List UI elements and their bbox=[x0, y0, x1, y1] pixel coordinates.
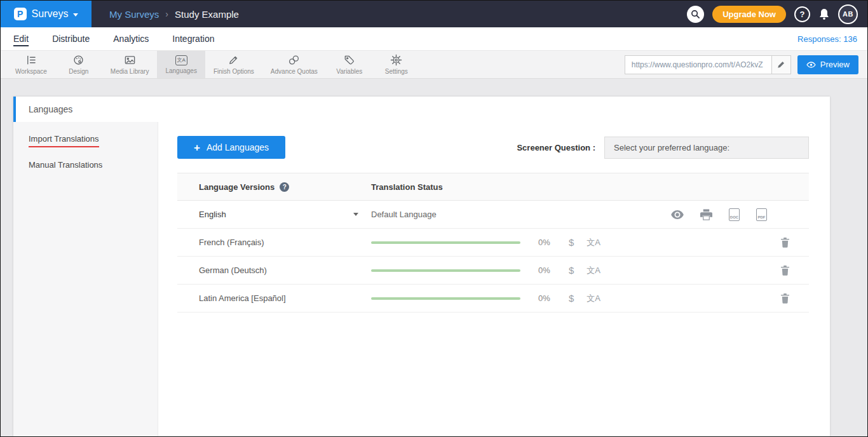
avatar[interactable]: AB bbox=[838, 4, 858, 24]
panel-body: Import Translations Manual Translations … bbox=[13, 122, 830, 436]
printer-icon bbox=[700, 209, 712, 220]
tab-edit[interactable]: Edit bbox=[13, 34, 29, 44]
responses-count[interactable]: Responses: 136 bbox=[797, 34, 857, 44]
breadcrumb-separator: › bbox=[165, 9, 168, 19]
question-mark-icon: ? bbox=[800, 10, 805, 19]
table-row-language: German (Deutsch) 0% $ 文A bbox=[177, 257, 809, 285]
default-language-status: Default Language bbox=[371, 210, 437, 219]
translation-percent: 0% bbox=[538, 293, 555, 303]
translate-button[interactable]: 文A bbox=[587, 293, 600, 304]
status-cell: Default Language DOC bbox=[371, 208, 809, 221]
toolbar-item-design[interactable]: Design bbox=[55, 51, 102, 78]
languages-panel: Languages Import Translations Manual Tra… bbox=[13, 97, 830, 436]
notifications-button[interactable] bbox=[818, 8, 830, 20]
questionpro-logo: P bbox=[14, 8, 27, 20]
toolbar-item-settings[interactable]: Settings bbox=[373, 51, 420, 78]
screener-question-select[interactable]: Select your preferred language: bbox=[604, 137, 809, 159]
help-button[interactable]: ? bbox=[794, 6, 810, 22]
chevron-down-icon[interactable] bbox=[353, 213, 358, 216]
translate-button[interactable]: 文A bbox=[587, 265, 600, 276]
links-icon bbox=[288, 54, 300, 66]
trash-icon bbox=[780, 265, 790, 276]
view-button[interactable] bbox=[671, 210, 684, 219]
panel-main: + Add Languages Screener Question : Sele… bbox=[158, 122, 830, 436]
edit-url-button[interactable] bbox=[771, 56, 790, 74]
add-languages-button[interactable]: + Add Languages bbox=[177, 136, 285, 159]
table-row-language: French (Français) 0% $ 文A bbox=[177, 229, 809, 257]
table-header-row: Language Versions ? Translation Status bbox=[177, 173, 809, 201]
export-pdf-button[interactable]: PDF bbox=[756, 208, 767, 221]
toolbar-item-advance-quotas[interactable]: Advance Quotas bbox=[262, 51, 326, 78]
toolbar-item-finish-options[interactable]: Finish Options bbox=[205, 51, 262, 78]
help-icon[interactable]: ? bbox=[280, 182, 289, 192]
sidebar-item-label: Import Translations bbox=[29, 134, 99, 147]
toolbar-item-languages[interactable]: 文A Languages bbox=[157, 51, 205, 78]
search-button[interactable] bbox=[687, 6, 704, 23]
language-name: German (Deutsch) bbox=[199, 266, 267, 275]
breadcrumb-current: Study Example bbox=[175, 9, 239, 20]
sidebar-item-import-translations[interactable]: Import Translations bbox=[13, 126, 158, 152]
translate-icon: 文A bbox=[175, 55, 187, 65]
header-translation-status: Translation Status bbox=[371, 182, 443, 192]
toolbar-item-label: Settings bbox=[385, 68, 408, 75]
paid-translation-button[interactable]: $ bbox=[569, 293, 574, 304]
eye-icon bbox=[806, 62, 816, 68]
language-name: French (Français) bbox=[199, 238, 264, 247]
trash-icon bbox=[780, 237, 790, 248]
screener-question: Screener Question : Select your preferre… bbox=[517, 137, 809, 159]
panel-title: Languages bbox=[13, 97, 830, 122]
pdf-file-icon: PDF bbox=[756, 208, 767, 221]
survey-url-input[interactable] bbox=[625, 56, 771, 74]
delete-language-button[interactable] bbox=[780, 293, 790, 304]
toolbar-item-media-library[interactable]: Media Library bbox=[102, 51, 158, 78]
languages-table: Language Versions ? Translation Status E… bbox=[177, 173, 809, 313]
toolbar-item-label: Design bbox=[69, 68, 88, 75]
toolbar-right: Preview bbox=[625, 51, 867, 78]
translate-button[interactable]: 文A bbox=[587, 237, 600, 248]
pencil-icon bbox=[777, 60, 785, 69]
bell-icon bbox=[818, 8, 830, 20]
palette-icon bbox=[72, 54, 85, 66]
print-button[interactable] bbox=[700, 209, 712, 220]
pencil-icon bbox=[227, 54, 240, 66]
panel-main-top: + Add Languages Screener Question : Sele… bbox=[158, 122, 830, 171]
table-row-language: Latin America [Español] 0% $ 文A bbox=[177, 285, 809, 313]
toolbar-item-label: Languages bbox=[165, 67, 197, 74]
language-name: English bbox=[199, 210, 226, 219]
sidebar-item-label: Manual Translations bbox=[29, 160, 102, 170]
top-bar: P Surveys My Surveys › Study Example Upg… bbox=[1, 1, 867, 27]
header-language-versions: Language Versions ? bbox=[177, 182, 371, 192]
breadcrumb-my-surveys[interactable]: My Surveys bbox=[109, 9, 159, 20]
image-icon bbox=[124, 54, 136, 66]
search-icon bbox=[691, 10, 700, 19]
toolbar-item-variables[interactable]: Variables bbox=[326, 51, 373, 78]
translation-percent: 0% bbox=[538, 238, 555, 247]
tab-integration[interactable]: Integration bbox=[172, 34, 214, 44]
sidebar-item-manual-translations[interactable]: Manual Translations bbox=[13, 152, 158, 178]
upgrade-now-button[interactable]: Upgrade Now bbox=[712, 6, 786, 23]
export-doc-button[interactable]: DOC bbox=[729, 208, 740, 221]
tab-analytics[interactable]: Analytics bbox=[113, 34, 149, 44]
survey-nav-tabs: Edit Distribute Analytics Integration Re… bbox=[1, 27, 867, 51]
topbar-actions: Upgrade Now ? AB bbox=[687, 4, 867, 24]
delete-language-button[interactable] bbox=[780, 265, 790, 276]
toolbar-item-label: Variables bbox=[336, 68, 362, 75]
toolbar-item-workspace[interactable]: Workspace bbox=[7, 51, 55, 78]
doc-label: DOC bbox=[729, 215, 739, 219]
product-switcher[interactable]: P Surveys bbox=[1, 1, 92, 27]
content-area: Languages Import Translations Manual Tra… bbox=[1, 79, 867, 436]
add-languages-label: Add Languages bbox=[207, 142, 269, 152]
app-window: P Surveys My Surveys › Study Example Upg… bbox=[0, 0, 868, 437]
plus-icon: + bbox=[194, 142, 200, 153]
preview-button[interactable]: Preview bbox=[797, 55, 858, 74]
paid-translation-button[interactable]: $ bbox=[569, 265, 574, 276]
language-name-cell: Latin America [Español] bbox=[177, 293, 371, 303]
delete-language-button[interactable] bbox=[780, 237, 790, 248]
row-actions: DOC PDF bbox=[671, 208, 809, 221]
header-label: Language Versions bbox=[199, 182, 275, 192]
language-name-cell: German (Deutsch) bbox=[177, 266, 371, 275]
tab-distribute[interactable]: Distribute bbox=[52, 34, 90, 44]
paid-translation-button[interactable]: $ bbox=[569, 237, 574, 248]
pdf-label: PDF bbox=[757, 215, 766, 219]
header-label: Translation Status bbox=[371, 182, 443, 192]
